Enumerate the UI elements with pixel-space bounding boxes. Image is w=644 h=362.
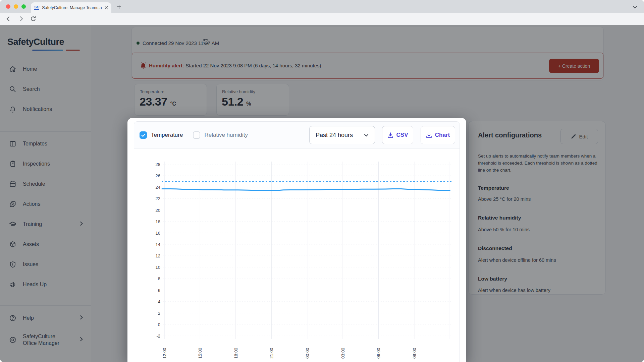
back-icon[interactable] — [5, 15, 12, 24]
chart-controls-header: Temperature Relative humidity Past 24 ho… — [134, 122, 460, 149]
download-csv-button[interactable]: CSV — [382, 126, 413, 144]
humidity-checkbox[interactable] — [193, 131, 200, 139]
sensor-history-modal: Temperature Relative humidity Past 24 ho… — [127, 118, 466, 362]
svg-text:-2: -2 — [156, 334, 160, 339]
svg-text:6: 6 — [158, 288, 160, 293]
svg-text:20: 20 — [156, 208, 160, 213]
minimize-window-button[interactable] — [14, 4, 18, 9]
time-range-select[interactable]: Past 24 hours — [309, 126, 375, 144]
svg-text:09:00: 09:00 — [412, 348, 417, 359]
svg-text:18: 18 — [156, 219, 160, 224]
svg-text:06:00: 06:00 — [376, 348, 381, 359]
svg-text:21:00: 21:00 — [269, 348, 274, 359]
download-chart-button[interactable]: Chart — [421, 126, 455, 144]
svg-text:24: 24 — [156, 185, 160, 190]
sensor-chart: 2826242220181614121086420-212:0015:0018:… — [144, 153, 460, 362]
download-icon — [426, 132, 432, 138]
check-icon — [141, 133, 146, 137]
svg-text:2: 2 — [158, 311, 160, 316]
svg-text:8: 8 — [158, 276, 160, 281]
svg-text:15:00: 15:00 — [198, 348, 203, 359]
forward-icon[interactable] — [17, 15, 25, 24]
window-controls — [6, 4, 26, 9]
tab-strip: SC SafetyCulture: Manage Teams and ... — [0, 0, 644, 13]
svg-text:14: 14 — [156, 242, 160, 247]
zoom-window-button[interactable] — [21, 4, 26, 9]
close-tab-icon[interactable] — [105, 6, 108, 9]
svg-text:28: 28 — [156, 162, 160, 167]
page-viewport: SafetyCulture Home Search Notifications — [0, 25, 644, 362]
svg-text:00:00: 00:00 — [305, 348, 310, 359]
browser-toolbar: https://app.safetyculture.com/sensors/4f… — [0, 13, 644, 25]
svg-text:26: 26 — [156, 173, 160, 178]
svg-text:12: 12 — [156, 253, 160, 258]
chevron-down-icon — [364, 134, 369, 137]
temperature-checkbox-label[interactable]: Temperature — [151, 132, 183, 138]
svg-text:0: 0 — [158, 322, 160, 327]
svg-text:4: 4 — [158, 299, 160, 304]
svg-text:18:00: 18:00 — [233, 348, 238, 359]
new-tab-button[interactable] — [117, 4, 121, 9]
svg-text:16: 16 — [156, 231, 160, 236]
svg-text:12:00: 12:00 — [162, 348, 167, 359]
svg-text:03:00: 03:00 — [340, 348, 345, 359]
download-icon — [387, 132, 393, 138]
svg-text:10: 10 — [156, 265, 160, 270]
reload-icon[interactable] — [30, 15, 37, 24]
svg-text:22: 22 — [156, 196, 160, 201]
close-window-button[interactable] — [6, 4, 10, 9]
sensor-history-card: Temperature Relative humidity Past 24 ho… — [134, 121, 460, 362]
chevron-down-icon[interactable] — [633, 4, 637, 10]
browser-tab[interactable]: SC SafetyCulture: Manage Teams and ... — [31, 2, 111, 13]
safetyculture-favicon: SC — [34, 5, 39, 10]
humidity-checkbox-label[interactable]: Relative humidity — [204, 132, 248, 138]
temperature-checkbox[interactable] — [140, 131, 147, 139]
browser-window: SC SafetyCulture: Manage Teams and ... — [0, 0, 644, 362]
tab-title: SafetyCulture: Manage Teams and ... — [42, 5, 102, 10]
